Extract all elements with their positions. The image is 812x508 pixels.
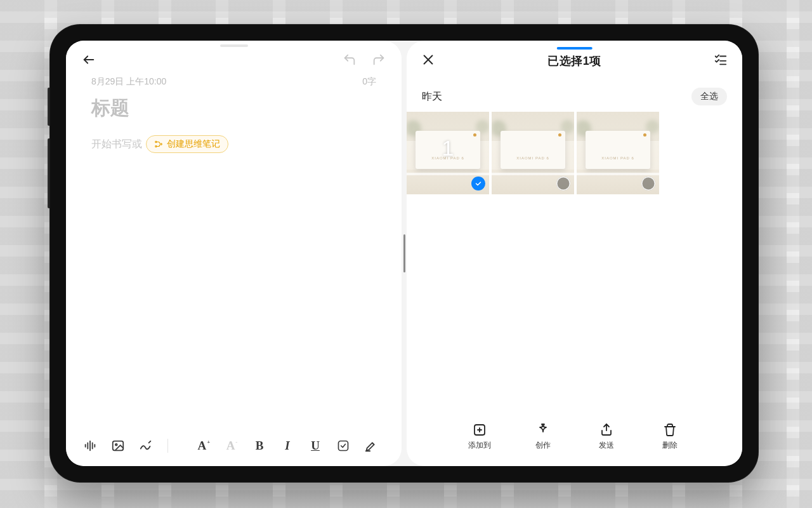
scribble-icon bbox=[138, 439, 154, 453]
image-icon bbox=[111, 439, 125, 453]
italic-label: I bbox=[285, 439, 289, 453]
thumbnail[interactable]: XIAOMI PAD 6 bbox=[577, 112, 659, 194]
arrow-left-icon bbox=[82, 53, 96, 67]
send-button[interactable]: 发送 bbox=[589, 422, 624, 451]
gallery-title: 已选择1项 bbox=[547, 53, 601, 69]
checklist-button[interactable] bbox=[331, 433, 356, 458]
add-to-icon bbox=[472, 422, 487, 438]
note-word-count: 0字 bbox=[362, 76, 376, 88]
gallery-empty-space bbox=[407, 194, 742, 411]
font-dec-label: A bbox=[226, 439, 235, 453]
underline-button[interactable]: U bbox=[303, 433, 328, 458]
drag-handle[interactable] bbox=[220, 44, 248, 47]
volume-button bbox=[48, 138, 49, 208]
highlighter-button[interactable] bbox=[358, 433, 384, 458]
voice-icon bbox=[83, 439, 97, 453]
close-icon bbox=[421, 53, 435, 67]
italic-button[interactable]: I bbox=[275, 433, 300, 458]
power-button bbox=[48, 88, 49, 126]
thumbnail-row: XIAOMI PAD 61XIAOMI PAD 6XIAOMI PAD 6 bbox=[407, 112, 742, 194]
note-title-placeholder[interactable]: 标题 bbox=[91, 95, 376, 121]
voice-input-button[interactable] bbox=[77, 433, 103, 458]
note-body[interactable]: 标题 开始书写或 创建思维笔记 bbox=[66, 88, 402, 431]
note-body-placeholder: 开始书写或 bbox=[91, 138, 142, 151]
bold-button[interactable]: B bbox=[247, 433, 272, 458]
tablet-frame: 8月29日 上午10:00 0字 标题 开始书写或 创建思维笔记 bbox=[49, 24, 759, 483]
note-date: 8月29日 上午10:00 bbox=[91, 76, 166, 88]
undo-icon bbox=[343, 53, 357, 67]
note-toolbar: A+ A- B I U bbox=[66, 431, 402, 466]
screen: 8月29日 上午10:00 0字 标题 开始书写或 创建思维笔记 bbox=[66, 41, 742, 466]
close-button[interactable] bbox=[419, 51, 437, 69]
back-button[interactable] bbox=[80, 51, 98, 69]
create-icon bbox=[535, 422, 551, 438]
font-increase-button[interactable]: A+ bbox=[191, 433, 216, 458]
font-decrease-button[interactable]: A- bbox=[219, 433, 244, 458]
mindmap-icon bbox=[154, 140, 163, 149]
svg-point-3 bbox=[160, 144, 162, 145]
checkbox-icon bbox=[337, 439, 350, 452]
svg-point-10 bbox=[115, 444, 117, 446]
toolbar-separator bbox=[167, 439, 168, 453]
thumbnail[interactable]: XIAOMI PAD 61 bbox=[407, 112, 489, 194]
unselected-badge[interactable] bbox=[556, 177, 570, 190]
create-mindnote-chip[interactable]: 创建思维笔记 bbox=[146, 135, 228, 153]
add-to-button[interactable]: 添加到 bbox=[462, 422, 497, 451]
redo-button[interactable] bbox=[370, 51, 388, 69]
thumbnail[interactable]: XIAOMI PAD 6 bbox=[492, 112, 574, 194]
gallery-picker-pane: 已选择1项 昨天 全选 XIAOMI PAD 61XIAOMI PAD 6XIA… bbox=[407, 41, 742, 466]
share-icon bbox=[599, 422, 614, 438]
add-to-label: 添加到 bbox=[468, 440, 491, 451]
svg-rect-11 bbox=[339, 441, 348, 451]
trash-icon bbox=[662, 422, 678, 438]
chip-label: 创建思维笔记 bbox=[167, 138, 220, 150]
create-label: 创作 bbox=[535, 440, 551, 451]
unselected-badge[interactable] bbox=[641, 177, 655, 190]
note-editor-pane: 8月29日 上午10:00 0字 标题 开始书写或 创建思维笔记 bbox=[66, 41, 402, 466]
insert-image-button[interactable] bbox=[105, 433, 131, 458]
select-all-button[interactable]: 全选 bbox=[691, 88, 727, 105]
bold-label: B bbox=[256, 439, 264, 453]
gallery-actions: 添加到 创作 发送 删除 bbox=[407, 411, 742, 466]
date-group-label: 昨天 bbox=[422, 90, 442, 104]
font-inc-label: A bbox=[198, 439, 207, 453]
check-icon bbox=[475, 180, 482, 187]
underline-label: U bbox=[311, 439, 320, 453]
gallery-title-group: 已选择1项 bbox=[547, 47, 601, 69]
undo-button[interactable] bbox=[341, 51, 358, 69]
draw-button[interactable] bbox=[133, 433, 159, 458]
delete-label: 删除 bbox=[662, 440, 678, 451]
highlighter-icon bbox=[364, 439, 378, 453]
delete-button[interactable]: 删除 bbox=[653, 422, 687, 451]
send-label: 发送 bbox=[599, 440, 614, 451]
create-button[interactable]: 创作 bbox=[526, 422, 560, 451]
checklist-icon bbox=[714, 53, 728, 67]
selected-badge[interactable] bbox=[471, 177, 485, 190]
redo-icon bbox=[372, 53, 386, 67]
multi-select-button[interactable] bbox=[712, 51, 730, 69]
selection-order: 1 bbox=[442, 136, 454, 161]
title-indicator bbox=[556, 47, 592, 50]
split-view-handle[interactable] bbox=[403, 234, 405, 272]
